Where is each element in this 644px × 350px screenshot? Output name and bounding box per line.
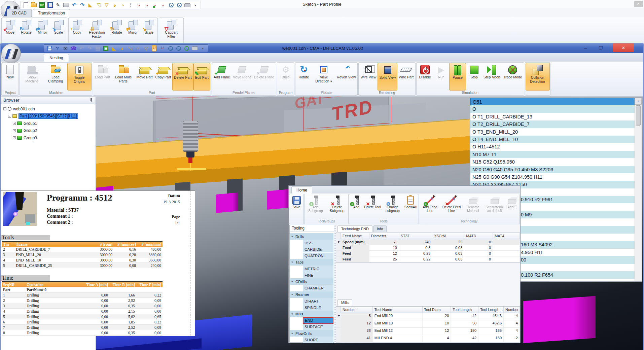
- copy-part-button[interactable]: +Copy Part: [154, 63, 172, 91]
- column-header[interactable]: Number: [341, 307, 373, 313]
- mirror-button[interactable]: ⇄Mirror: [125, 18, 141, 46]
- load-clamping-button[interactable]: Load Clamping: [44, 63, 67, 91]
- table-row[interactable]: 3Drilling0,000,350,00: [2, 303, 163, 309]
- draw-4-icon[interactable]: ⌂: [134, 45, 142, 52]
- load-multi-parts-button[interactable]: Load Multi Parts: [112, 63, 135, 91]
- undo-icon[interactable]: ↶: [70, 1, 78, 9]
- expand-icon[interactable]: +: [13, 129, 16, 132]
- snap-grid-icon[interactable]: ∩: [151, 1, 159, 9]
- collapse-icon[interactable]: −: [3, 107, 6, 110]
- input-panel-icon[interactable]: [191, 45, 199, 52]
- draw-angle-icon[interactable]: ◹: [95, 1, 102, 9]
- restore-button[interactable]: ❐: [595, 43, 606, 52]
- zoom-fit-icon[interactable]: [183, 45, 190, 52]
- table-row[interactable]: 2DRILL_CARBIDE_73000,000,16480,00: [2, 247, 163, 252]
- tooling-tree-item-mills[interactable]: Mills: [290, 311, 333, 317]
- disable-button[interactable]: Disable: [417, 63, 433, 91]
- table-row[interactable]: 4Drilling0,002,150,00: [2, 309, 163, 314]
- tooling-tree-item-reamer[interactable]: Reamer: [290, 291, 333, 298]
- add-subgroup-button[interactable]: +Add Subgroup: [305, 195, 326, 219]
- delete-plane-button[interactable]: ×Delete Plane: [253, 63, 276, 91]
- tooling-tree-item-carbide[interactable]: CARBIDE: [303, 246, 333, 252]
- paste-icon[interactable]: ▤: [94, 45, 102, 52]
- gcode-line[interactable]: O H11=4512: [470, 143, 635, 150]
- table-row[interactable]: 5DRILL_CARBIDE_253000,000,08240,00: [2, 263, 163, 268]
- rotate-button[interactable]: ↻Rotate: [296, 63, 312, 91]
- redo-icon[interactable]: ↷: [86, 45, 94, 52]
- snap-off-icon[interactable]: ∩: [159, 1, 167, 9]
- move-button[interactable]: ↙Move: [2, 18, 18, 46]
- scroll-up-icon[interactable]: ∧: [635, 98, 642, 105]
- tab-home[interactable]: Home: [291, 186, 312, 194]
- grid-row[interactable]: 12End Mill 101050462.64: [336, 320, 520, 328]
- repetition-factor-button[interactable]: ⇊Repetition Factor: [85, 18, 109, 46]
- gcode-line[interactable]: N25 G0 G90 G54 Z104.950 H11: [470, 173, 635, 181]
- draw-chamfer-icon[interactable]: ▽: [103, 1, 110, 9]
- tooling-tree-item-quatron[interactable]: QUATRON: [303, 253, 333, 259]
- solid-view-button[interactable]: Solid View: [378, 63, 397, 91]
- column-header[interactable]: Tool Length...: [478, 307, 504, 313]
- add-button[interactable]: +Add: [350, 195, 363, 219]
- cadpart-filter-button[interactable]: ▽Cadpart Filter: [159, 18, 183, 46]
- print-icon[interactable]: [62, 1, 70, 9]
- expand-icon[interactable]: +: [13, 136, 16, 139]
- table-row[interactable]: 5Drilling0,005,020,65: [2, 314, 163, 319]
- column-header[interactable]: MAT3: [464, 233, 493, 239]
- tooling-tree-item-taps[interactable]: Taps: [290, 259, 333, 266]
- view-direction-button[interactable]: View Direction ▾: [312, 63, 335, 91]
- add-feed-line-button[interactable]: ✎+Add Feed Line: [419, 195, 441, 219]
- coordinate-mode-icon[interactable]: yx: [127, 1, 135, 9]
- new-file-icon[interactable]: [22, 1, 30, 9]
- grid-row[interactable]: 36End Mill 12121501654: [336, 328, 520, 335]
- browser-item-group1[interactable]: +Group1: [13, 120, 37, 126]
- close-button[interactable]: ✕: [613, 43, 634, 52]
- table-row[interactable]: 1Drilling0,001,660,22: [2, 292, 163, 298]
- rotate-button[interactable]: ↻Rotate: [18, 18, 34, 46]
- trace-mode-button[interactable]: Trace Mode: [502, 63, 524, 91]
- grid-row[interactable]: Feed250.220.030: [336, 256, 520, 262]
- wire-part-button[interactable]: Wire Part: [397, 63, 415, 91]
- gcode-line[interactable]: O T4_END_MILL_10: [470, 136, 635, 143]
- undo-icon[interactable]: ↶: [78, 45, 85, 52]
- tooling-tree-item-flowdrills[interactable]: FlowDrills: [290, 330, 333, 337]
- add-plane-button[interactable]: +Add Plane: [212, 63, 231, 91]
- table-row[interactable]: PartPartName 0: [2, 287, 163, 292]
- snap-midpoint-icon[interactable]: ∩: [143, 1, 151, 9]
- build-button[interactable]: ⚙Build: [278, 63, 294, 91]
- minimize-button[interactable]: –: [580, 43, 591, 52]
- pin-icon[interactable]: [90, 98, 93, 102]
- toggle-origins-button[interactable]: Toggle Origins: [67, 63, 92, 91]
- mail-icon[interactable]: ✉: [62, 45, 69, 52]
- phone-icon[interactable]: ☎: [70, 45, 77, 52]
- edit-part-button[interactable]: ✎Edit Part: [193, 63, 210, 91]
- gcode-line[interactable]: O51: [470, 98, 635, 105]
- copy-button[interactable]: +Copy: [69, 18, 85, 46]
- tab-info[interactable]: Info: [373, 225, 387, 232]
- new-button[interactable]: New: [2, 63, 18, 91]
- column-header[interactable]: Diameter: [369, 233, 399, 239]
- gcode-line[interactable]: O T3_END_MILL_20: [470, 128, 635, 136]
- help-icon[interactable]: ?: [53, 45, 61, 52]
- more-commands-icon[interactable]: ▾: [199, 45, 207, 52]
- zoom-window-icon[interactable]: [167, 1, 175, 9]
- delete-subgroup-button[interactable]: ×Delete Subgroup: [326, 195, 348, 219]
- zoom-window-icon[interactable]: [167, 45, 174, 52]
- tooling-tree-item-cdrills[interactable]: CDrills: [290, 278, 333, 285]
- pause-button[interactable]: Pause: [449, 63, 466, 91]
- draw-2-icon[interactable]: ◕: [118, 45, 126, 52]
- browser-item-web001-cdn[interactable]: −web001.cdn: [3, 106, 35, 112]
- column-header[interactable]: Feed Name: [341, 233, 369, 239]
- gcode-line[interactable]: N20 G80 G40 G95 F0.450 M3 S2203: [470, 166, 635, 173]
- delete-tool-button[interactable]: ×Delete Tool: [363, 195, 382, 219]
- snap-icon[interactable]: ∩: [158, 45, 166, 52]
- save-icon[interactable]: [46, 1, 54, 9]
- tooling-tree-item-hss[interactable]: HSS: [303, 240, 333, 246]
- browser-item-group3[interactable]: +Group3: [13, 135, 37, 141]
- scrollbar-thumb[interactable]: [636, 105, 641, 126]
- change-subgroup-button[interactable]: ⚙Change subgroup: [382, 195, 403, 219]
- showall-button[interactable]: ShowAll: [403, 195, 418, 219]
- tab-2d-cad[interactable]: 2D CAD: [7, 9, 32, 17]
- scale-button[interactable]: ↘Scale: [141, 18, 157, 46]
- save-button[interactable]: Save: [290, 195, 303, 219]
- set-material-as-default-button[interactable]: Set Material as default: [484, 195, 505, 219]
